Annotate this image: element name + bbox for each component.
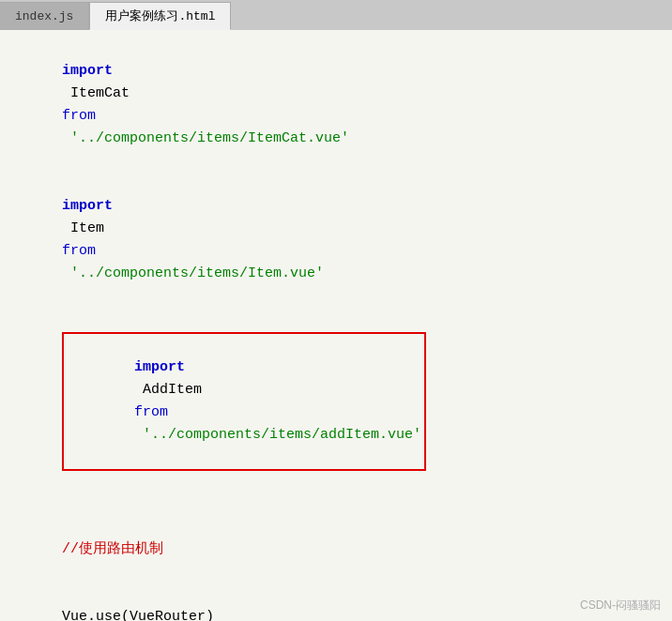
tab-label-html: 用户案例练习.html: [105, 8, 215, 24]
tab-index-js[interactable]: index.js: [0, 2, 89, 30]
editor-container: index.js 用户案例练习.html import ItemCat from…: [0, 0, 672, 621]
code-line-comment1: //使用路由机制: [11, 516, 661, 583]
tab-html[interactable]: 用户案例练习.html: [89, 2, 231, 30]
code-line-vue-use: Vue.use(VueRouter): [11, 583, 661, 621]
tab-bar: index.js 用户案例练习.html: [0, 0, 672, 30]
code-line-1: import ItemCat from '../components/items…: [11, 38, 661, 173]
code-line-blank: [11, 493, 661, 516]
watermark: CSDN-闷骚骚阳: [580, 598, 661, 613]
kw-import-2: import: [62, 198, 113, 214]
tab-label-index: index.js: [15, 9, 73, 23]
kw-import-1: import: [62, 63, 113, 79]
code-area: import ItemCat from '../components/items…: [0, 30, 672, 621]
highlighted-import-additem: import AddItem from '../components/items…: [62, 332, 426, 471]
code-line-2: import Item from '../components/items/It…: [11, 173, 661, 308]
code-line-3: import AddItem from '../components/items…: [11, 308, 661, 493]
